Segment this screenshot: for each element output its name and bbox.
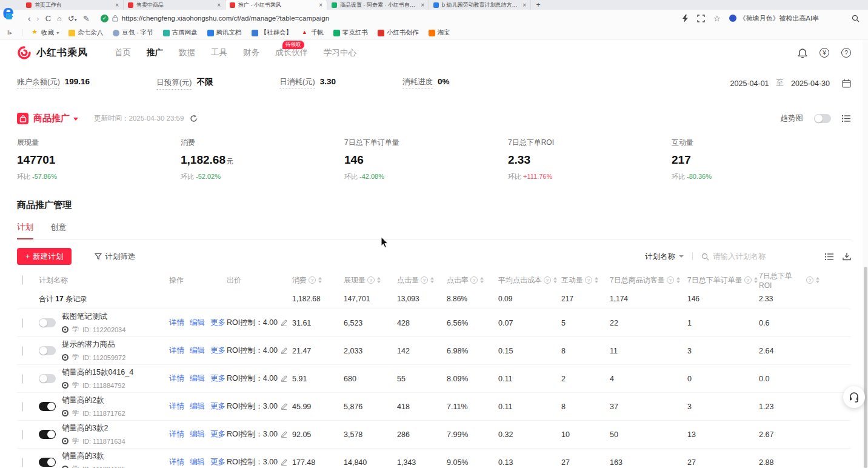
row-checkbox[interactable] xyxy=(22,374,23,384)
col-orders[interactable]: 7日总下单订单量? xyxy=(687,275,759,286)
info-icon[interactable]: ? xyxy=(544,276,551,284)
sort-icon[interactable] xyxy=(377,277,381,283)
info-icon[interactable]: ? xyxy=(421,276,428,284)
nav-item[interactable]: 数据 xyxy=(179,47,195,58)
nav-item[interactable]: 工具 xyxy=(211,47,227,58)
more-link[interactable]: 更多 xyxy=(210,373,225,384)
brand[interactable]: 小红书乘风 xyxy=(17,45,88,60)
bookmark-item[interactable]: 豆包 - 字节 xyxy=(113,28,153,37)
favorite-star-icon[interactable]: ☆ xyxy=(713,14,721,23)
bookmark-item[interactable]: 千帆 xyxy=(302,28,324,37)
plan-name[interactable]: 截图笔记测试 xyxy=(62,312,107,321)
help-icon[interactable]: ? xyxy=(841,48,851,58)
reload-icon[interactable]: C xyxy=(45,15,51,22)
row-checkbox[interactable] xyxy=(22,402,23,412)
browser-tab[interactable]: 推广 - 小红书乘风 × xyxy=(225,0,327,10)
plan-search-input[interactable]: 请输入计划名称 xyxy=(701,252,816,262)
col-cost[interactable]: 消费? xyxy=(292,275,344,286)
calendar-icon[interactable] xyxy=(842,79,851,88)
info-icon[interactable]: ? xyxy=(585,276,592,284)
sort-icon[interactable] xyxy=(816,277,820,283)
select-all-checkbox[interactable] xyxy=(22,275,23,285)
bookmark-item[interactable]: 收藏 ▾ xyxy=(32,28,59,37)
refresh-icon[interactable] xyxy=(190,115,198,122)
date-range[interactable]: 2025-04-01 至 2025-04-30 xyxy=(730,78,851,89)
edit-link[interactable]: 编辑 xyxy=(190,457,205,467)
tab-close-icon[interactable]: × xyxy=(421,2,424,8)
edit-link[interactable]: 编辑 xyxy=(190,346,205,356)
nav-item[interactable]: 学习中心 xyxy=(324,47,356,58)
col-ctr[interactable]: 点击率? xyxy=(447,275,498,286)
detail-link[interactable]: 详情 xyxy=(169,346,184,356)
search-icon[interactable] xyxy=(852,15,860,22)
info-icon[interactable]: ? xyxy=(744,276,752,284)
plan-toggle[interactable] xyxy=(39,374,56,383)
sort-icon[interactable] xyxy=(480,277,484,283)
download-icon[interactable] xyxy=(843,252,851,261)
overview-title[interactable]: 商品推广 xyxy=(33,113,70,124)
search-field-select[interactable]: 计划名称 xyxy=(645,252,684,262)
plan-filter-button[interactable]: 计划筛选 xyxy=(95,252,135,262)
bookmark-item[interactable]: 【社群会】 xyxy=(252,28,293,37)
edit-pencil-icon[interactable] xyxy=(281,375,287,382)
plan-name[interactable]: 提示的潜力商品 xyxy=(62,340,115,349)
bookmarks-sidebar-icon[interactable]: ‖▸ xyxy=(7,30,12,36)
plan-name[interactable]: 销量高的15款0416_4 xyxy=(62,368,133,376)
chevron-down-icon[interactable] xyxy=(73,118,78,121)
tab-close-icon[interactable]: × xyxy=(217,2,221,8)
scrollbar-thumb[interactable] xyxy=(864,267,867,468)
plan-name[interactable]: 销量高的3款 xyxy=(62,452,104,460)
more-link[interactable]: 更多 xyxy=(210,457,225,467)
detail-link[interactable]: 详情 xyxy=(169,373,184,384)
nav-item[interactable]: 推广 xyxy=(147,47,163,58)
info-icon[interactable]: ? xyxy=(470,276,478,284)
tab-close-icon[interactable]: × xyxy=(522,2,526,8)
url-box[interactable]: ✓ https://chengfeng.xiaohongshu.com/cf/a… xyxy=(96,12,676,24)
detail-link[interactable]: 详情 xyxy=(169,457,184,467)
info-icon[interactable]: ? xyxy=(667,276,674,284)
date-end[interactable]: 2025-04-30 xyxy=(791,79,830,88)
manage-tab[interactable]: 创意 xyxy=(50,222,67,239)
browser-logo[interactable]: e xyxy=(2,0,22,24)
plan-toggle[interactable] xyxy=(39,318,56,327)
bookmark-item[interactable]: 零克红书 xyxy=(333,28,368,37)
tab-close-icon[interactable]: × xyxy=(115,2,119,8)
sort-icon[interactable] xyxy=(595,277,598,283)
col-engagement[interactable]: 互动量? xyxy=(561,275,610,286)
row-checkbox[interactable] xyxy=(22,346,23,356)
new-tab-button[interactable]: + xyxy=(531,0,546,10)
nav-item[interactable]: 成长伙伴 待领取 xyxy=(275,47,308,58)
bookmark-item[interactable]: 杂七杂八 xyxy=(68,28,103,37)
edit-link[interactable]: 编辑 xyxy=(190,373,205,384)
edit-pencil-icon[interactable] xyxy=(281,431,287,438)
customer-service-button[interactable] xyxy=(843,386,865,408)
manage-tab[interactable]: 计划 xyxy=(17,222,33,239)
edit-link[interactable]: 编辑 xyxy=(190,318,205,328)
more-link[interactable]: 更多 xyxy=(210,346,225,356)
edit-link[interactable]: 编辑 xyxy=(190,429,205,440)
col-name[interactable]: 计划名称 xyxy=(39,275,169,286)
trend-chart-toggle[interactable] xyxy=(814,114,831,123)
new-plan-button[interactable]: +新建计划 xyxy=(17,248,72,265)
metric-settings-icon[interactable] xyxy=(842,115,851,122)
tab-close-icon[interactable]: × xyxy=(319,2,322,8)
edit-pencil-icon[interactable] xyxy=(281,319,287,326)
browser-tab[interactable]: 商品设置 - 阿奇索 · 小红书自动… × xyxy=(327,0,429,10)
plan-name[interactable]: 销量高的2款 xyxy=(62,396,104,404)
back-icon[interactable]: ‹ xyxy=(28,15,30,22)
more-link[interactable]: 更多 xyxy=(210,401,225,412)
row-checkbox[interactable] xyxy=(22,430,23,440)
info-icon[interactable]: ? xyxy=(806,276,813,284)
info-icon[interactable]: ? xyxy=(309,276,316,284)
browser-notice[interactable]: 《荷塘月色》被检出高AI率 xyxy=(729,14,819,23)
browser-tab[interactable]: 首页工作台 × xyxy=(22,0,124,10)
forward-icon[interactable]: › xyxy=(36,15,39,22)
plan-toggle[interactable] xyxy=(39,458,56,467)
notification-bell-icon[interactable] xyxy=(798,48,807,58)
plan-toggle[interactable] xyxy=(39,430,56,439)
row-checkbox[interactable] xyxy=(22,318,23,328)
more-link[interactable]: 更多 xyxy=(210,429,225,440)
sort-icon[interactable] xyxy=(676,277,680,283)
col-cpc[interactable]: 平均点击成本? xyxy=(498,275,561,286)
lightning-icon[interactable] xyxy=(682,15,689,22)
